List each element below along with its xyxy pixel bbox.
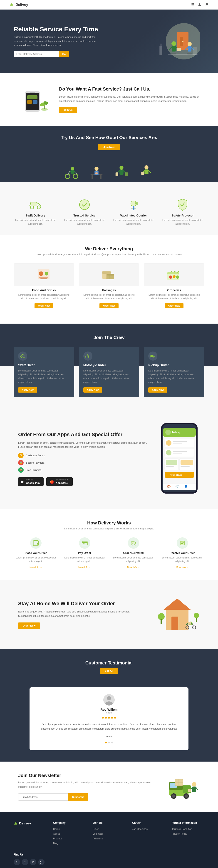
footer-link-1-0[interactable]: Rider	[93, 828, 98, 830]
stay-home-image	[154, 594, 200, 636]
phone-mockup-svg: Delivey Total: $12.50 🏠 🛒 👤	[159, 422, 200, 495]
testimonial-text: Sed ut perspiciatis de under omnis iste …	[39, 722, 179, 731]
hero-search-form: Go	[13, 51, 100, 57]
testimonial-see-all-button[interactable]: See All	[100, 668, 118, 674]
svg-point-162	[185, 795, 188, 798]
svg-rect-138	[181, 541, 183, 542]
footer-link-3-0[interactable]: Terms & Condition	[172, 828, 192, 830]
trusted-service-icon	[77, 198, 91, 212]
crew-desc-0: Lorem ipsum dolor sit amet, consectetur …	[18, 369, 70, 384]
svg-rect-39	[27, 100, 32, 104]
newsletter-subscribe-button[interactable]: Subscribe	[68, 793, 88, 801]
svg-line-63	[149, 170, 151, 173]
crew-title-0: Swift Biker	[18, 363, 70, 367]
google-play-badge[interactable]: ▶ Get it on Google Play	[18, 477, 43, 486]
deliver-card-1: Packages Lorem ipsum dolor sit amet, con…	[79, 263, 139, 312]
newsletter-email-input[interactable]	[18, 793, 68, 801]
hero-section: Reliable Service Every Time Nullam ac al…	[0, 9, 218, 73]
footer-link-0-0[interactable]: Home	[53, 828, 60, 830]
user-icon[interactable]	[197, 3, 201, 7]
try-us-title: Try Us And See How Good Our Services Are…	[4, 135, 214, 140]
linkedin-icon[interactable]: in	[30, 859, 36, 865]
footer-link-1-2[interactable]: Advertise	[93, 837, 103, 840]
testimonial-stars: ★★★★★	[39, 716, 179, 719]
join-crew-section: Join The Crew Swift Biker Lorem ipsum do…	[0, 323, 218, 408]
svg-rect-33	[30, 92, 35, 93]
google-play-label: Google Play	[26, 482, 40, 484]
footer-col-info: Further Information Terms & Condition Pr…	[172, 821, 205, 846]
dot-2[interactable]	[111, 742, 113, 743]
footer-link-0-1[interactable]: About	[53, 832, 60, 835]
service-title-0: Swift Delivery	[13, 214, 57, 217]
footer-col-career: Career Job Openings	[132, 821, 165, 846]
step-link-3[interactable]: More Info →	[176, 566, 188, 569]
svg-point-59	[145, 165, 149, 169]
svg-point-89	[22, 354, 23, 355]
crew-icon-2	[148, 351, 157, 361]
app-badges: ▶ Get it on Google Play 🍎 Download on th…	[18, 477, 150, 486]
twitter-icon[interactable]: t	[22, 859, 28, 865]
footer-link-3-1[interactable]: Privacy Policy	[172, 832, 187, 835]
logo[interactable]: Delivey	[9, 2, 28, 7]
footer-link-2-0[interactable]: Job Openings	[132, 828, 148, 830]
bell-icon[interactable]	[205, 3, 209, 7]
payment-icon: 🔒	[18, 460, 24, 465]
testimonial-dots	[39, 742, 179, 743]
hero-title: Reliable Service Every Time	[13, 25, 100, 33]
app-store-badge[interactable]: 🍎 Download on the App Store	[46, 477, 73, 486]
footer-col-findus: Find Us f t in g+	[13, 853, 46, 865]
try-us-button[interactable]: Join Now	[98, 144, 120, 150]
deliver-card-title-2: Groceries	[144, 288, 204, 292]
crew-button-2[interactable]: Apply Now	[148, 388, 167, 393]
newsletter-section: Join Our Newsletter Lorem ipsum dolor si…	[0, 762, 218, 812]
pay-order-svg	[81, 539, 88, 547]
footer-link-1-1[interactable]: Volunteer	[93, 832, 103, 835]
rider-3-svg	[114, 162, 129, 182]
google-play-sub: Get it on	[26, 479, 40, 481]
search-input[interactable]	[13, 51, 59, 57]
crew-card-0: Swift Biker Lorem ipsum dolor sit amet, …	[13, 347, 74, 397]
search-button[interactable]: Go	[59, 51, 69, 57]
footer-link-0-3[interactable]: Blog	[53, 842, 58, 845]
stay-home-button[interactable]: Order Now	[18, 622, 40, 629]
deliver-card-title-0: Food And Drinks	[14, 288, 74, 292]
svg-point-23	[188, 42, 192, 46]
avatar-svg	[103, 694, 115, 706]
googleplus-icon[interactable]: g+	[38, 859, 44, 865]
dot-1[interactable]	[108, 742, 110, 743]
crew-button-1[interactable]: Apply Now	[83, 388, 102, 393]
crew-card-2: Pickup Driver Lorem ipsum dolor sit amet…	[144, 347, 205, 397]
deliver-card-button-1[interactable]: Order Now	[99, 303, 118, 308]
deliver-card-button-2[interactable]: Order Now	[165, 303, 184, 308]
svg-point-85	[173, 275, 176, 278]
dot-0[interactable]	[105, 742, 107, 743]
svg-point-105	[166, 440, 172, 446]
footer-link-0-2[interactable]: Product	[53, 837, 62, 840]
crew-button-0[interactable]: Apply Now	[18, 388, 37, 393]
fast-service-button[interactable]: Join Us	[59, 107, 77, 113]
grid-icon[interactable]	[190, 3, 194, 7]
svg-point-86	[176, 276, 179, 279]
svg-rect-167	[192, 786, 196, 792]
crew-title-2: Pickup Driver	[148, 363, 200, 367]
step-link-1[interactable]: More Info →	[79, 566, 91, 569]
svg-point-53	[120, 166, 124, 170]
deliver-card-button-0[interactable]: Order Now	[34, 303, 53, 308]
svg-point-84	[169, 276, 173, 279]
hero-illustration	[154, 19, 200, 64]
step-desc-1: Lorem ipsum dolor sit amet, consectetur …	[62, 556, 107, 563]
step-link-0[interactable]: More Info →	[30, 566, 42, 569]
svg-point-72	[39, 271, 43, 276]
newsletter-form: Subscribe	[18, 793, 159, 801]
svg-rect-116	[166, 466, 174, 467]
hero-content: Reliable Service Every Time Nullam ac al…	[13, 25, 100, 57]
package-svg	[98, 266, 120, 284]
svg-text:Delivey: Delivey	[172, 431, 180, 434]
svg-point-50	[94, 167, 98, 171]
svg-rect-106	[173, 441, 187, 442]
svg-rect-111	[173, 453, 182, 454]
step-link-2[interactable]: More Info →	[127, 566, 139, 569]
fast-service-title: Do You Want A Fast Service? Just Call Us…	[59, 86, 200, 92]
truck-icon	[150, 353, 156, 359]
facebook-icon[interactable]: f	[13, 859, 20, 865]
